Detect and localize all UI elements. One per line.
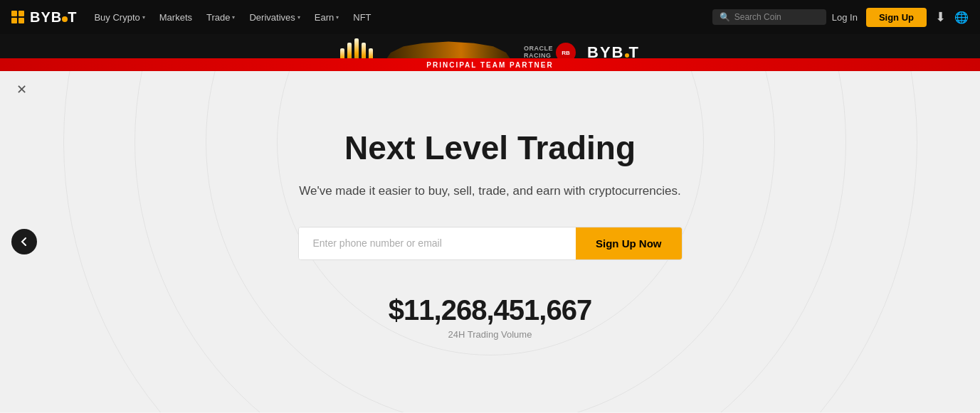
nav-menu: Buy Crypto ▾ Markets Trade ▾ Derivatives… [88, 9, 706, 26]
chevron-down-icon: ▾ [336, 14, 339, 21]
banner: ORACLE RACING RB BYBT PRINCIPAL TEAM PAR… [0, 34, 980, 71]
hero-content: Next Level Trading We've made it easier … [298, 129, 683, 339]
nav-item-derivatives[interactable]: Derivatives ▾ [243, 9, 305, 26]
login-button[interactable]: Log In [832, 12, 858, 23]
volume-label: 24H Trading Volume [298, 329, 683, 340]
hero-subtitle: We've made it easier to buy, sell, trade… [298, 181, 683, 200]
hero-title: Next Level Trading [298, 129, 683, 167]
chevron-down-icon: ▾ [142, 14, 145, 21]
chevron-down-icon: ▾ [297, 14, 300, 21]
search-bar[interactable]: 🔍 [712, 9, 826, 25]
close-button[interactable]: ✕ [11, 80, 31, 100]
nav-item-nft[interactable]: NFT [347, 9, 376, 26]
globe-icon[interactable]: 🌐 [954, 11, 969, 24]
banner-red-bar-text: PRINCIPAL TEAM PARTNER [426, 61, 553, 69]
nav-right: Log In Sign Up ⬇ 🌐 [832, 8, 969, 27]
nav-item-markets[interactable]: Markets [154, 9, 198, 26]
nav-item-buy-crypto[interactable]: Buy Crypto ▾ [88, 9, 150, 26]
banner-red-bar: PRINCIPAL TEAM PARTNER [0, 58, 980, 71]
grid-icon [11, 11, 24, 23]
nav-item-trade[interactable]: Trade ▾ [201, 9, 241, 26]
nav-signup-button[interactable]: Sign Up [866, 8, 927, 27]
signup-form: Sign Up Now [298, 227, 683, 260]
bybit-brand-dot [625, 53, 629, 58]
logo-dot [62, 16, 68, 22]
volume-number: $11,268,451,667 [298, 294, 683, 326]
logo[interactable]: BYBT [11, 9, 77, 26]
chevron-left-icon [19, 237, 29, 247]
search-icon: 🔍 [720, 12, 730, 22]
prev-slide-button[interactable] [11, 229, 37, 254]
search-input[interactable] [734, 12, 819, 22]
email-phone-input[interactable] [299, 227, 576, 259]
download-icon[interactable]: ⬇ [935, 9, 946, 25]
signup-now-button[interactable]: Sign Up Now [576, 227, 682, 259]
oracle-text: ORACLE RACING [524, 45, 553, 60]
chevron-down-icon: ▾ [232, 14, 235, 21]
navbar: BYBT Buy Crypto ▾ Markets Trade ▾ Deriva… [0, 0, 980, 34]
nav-item-earn[interactable]: Earn ▾ [309, 9, 344, 26]
logo-text: BYBT [30, 9, 77, 26]
trading-volume: $11,268,451,667 24H Trading Volume [298, 294, 683, 340]
hero-section: ✕ Next Level Trading We've made it easie… [0, 71, 980, 412]
